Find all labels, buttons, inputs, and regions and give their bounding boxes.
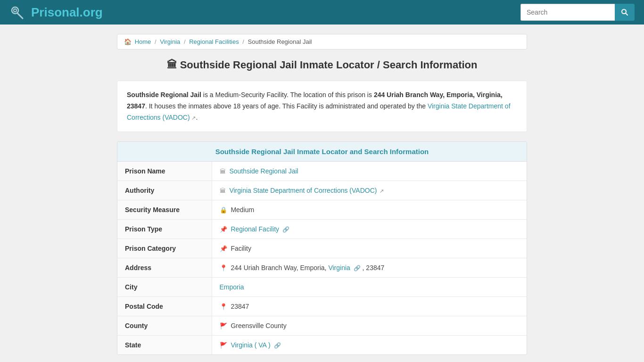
- breadcrumb-category[interactable]: Regional Facilities: [189, 38, 239, 45]
- breadcrumb-current: Southside Regional Jail: [248, 38, 312, 45]
- logo-main: Prisonal: [31, 5, 80, 19]
- prison-name-link[interactable]: Southside Regional Jail: [229, 167, 298, 175]
- table-row: Security Measure 🔒 Medium: [117, 200, 527, 220]
- breadcrumb-home[interactable]: Home: [135, 38, 151, 45]
- breadcrumb-sep-1: /: [155, 38, 157, 45]
- desc-text2: . It houses the inmates above 18 years o…: [145, 102, 428, 110]
- logo-text[interactable]: Prisonal.org: [31, 5, 103, 20]
- table-row: City Emporia: [117, 278, 527, 297]
- value-state: 🚩 Virginia ( VA ) 🔗: [212, 336, 527, 355]
- prison-category-value: Facility: [231, 245, 251, 252]
- desc-text1: is a Medium-Security Facility. The locat…: [201, 91, 374, 99]
- logo-area: Prisonal.org: [9, 4, 103, 21]
- prison-category-icon: 📌: [220, 245, 227, 252]
- table-row: Postal Code 📍 23847: [117, 297, 527, 316]
- value-authority: 🏛 Virginia State Department of Correctio…: [212, 181, 527, 200]
- value-security: 🔒 Medium: [212, 200, 527, 220]
- breadcrumb: 🏠 Home / Virginia / Regional Facilities …: [117, 34, 527, 49]
- search-area: [520, 4, 635, 21]
- label-prison-category: Prison Category: [117, 239, 212, 258]
- info-section: Southside Regional Jail Inmate Locator a…: [117, 141, 527, 355]
- value-prison-name: 🏛 Southside Regional Jail: [212, 162, 527, 181]
- address-zip: , 23847: [363, 264, 385, 272]
- table-row: State 🚩 Virginia ( VA ) 🔗: [117, 336, 527, 355]
- label-postal: Postal Code: [117, 297, 212, 316]
- prison-type-chain-icon: 🔗: [282, 226, 289, 233]
- search-icon: [621, 8, 628, 16]
- breadcrumb-sep-2: /: [184, 38, 186, 45]
- authority-icon: 🏛: [220, 187, 226, 194]
- state-icon: 🚩: [220, 342, 227, 349]
- label-city: City: [117, 278, 212, 297]
- label-county: County: [117, 316, 212, 336]
- value-address: 📍 244 Uriah Branch Way, Emporia, Virgini…: [212, 258, 527, 278]
- table-row: County 🚩 Greensville County: [117, 316, 527, 336]
- state-chain-icon: 🔗: [274, 342, 281, 349]
- section-header: Southside Regional Jail Inmate Locator a…: [117, 142, 527, 162]
- home-icon: 🏠: [124, 38, 132, 45]
- search-button[interactable]: [615, 4, 635, 21]
- page-title-icon: 🏛: [167, 59, 177, 71]
- site-header: Prisonal.org: [0, 0, 644, 25]
- logo-icon: [9, 4, 26, 21]
- page-title-text: Southside Regional Jail Inmate Locator /…: [180, 59, 478, 71]
- logo-accent: .org: [80, 5, 103, 19]
- table-row: Prison Name 🏛 Southside Regional Jail: [117, 162, 527, 181]
- prison-type-icon: 📌: [220, 226, 227, 233]
- page-title: 🏛 Southside Regional Jail Inmate Locator…: [117, 59, 527, 71]
- label-state: State: [117, 336, 212, 355]
- breadcrumb-sep-3: /: [242, 38, 244, 45]
- security-value: Medium: [231, 206, 254, 214]
- facility-description: Southside Regional Jail is a Medium-Secu…: [117, 81, 527, 132]
- address-chain-icon: 🔗: [354, 265, 361, 272]
- city-link[interactable]: Emporia: [220, 283, 244, 291]
- label-address: Address: [117, 258, 212, 278]
- label-authority: Authority: [117, 181, 212, 200]
- county-value: Greensville County: [231, 322, 286, 329]
- desc-text3: .: [196, 114, 198, 121]
- prison-type-link[interactable]: Regional Facility: [231, 225, 279, 233]
- postal-value: 23847: [231, 303, 249, 310]
- value-prison-category: 📌 Facility: [212, 239, 527, 258]
- info-table: Prison Name 🏛 Southside Regional Jail Au…: [117, 162, 527, 354]
- prison-name-icon: 🏛: [220, 168, 226, 175]
- value-prison-type: 📌 Regional Facility 🔗: [212, 220, 527, 239]
- authority-ext-icon: ↗: [380, 188, 384, 194]
- facility-name: Southside Regional Jail: [127, 91, 201, 99]
- address-icon: 📍: [220, 264, 227, 272]
- authority-link[interactable]: Virginia State Department of Corrections…: [229, 187, 377, 194]
- value-postal: 📍 23847: [212, 297, 527, 316]
- svg-line-2: [17, 13, 23, 18]
- table-row: Prison Type 📌 Regional Facility 🔗: [117, 220, 527, 239]
- county-icon: 🚩: [220, 322, 227, 329]
- label-prison-name: Prison Name: [117, 162, 212, 181]
- main-content: 🏠 Home / Virginia / Regional Facilities …: [110, 25, 534, 362]
- search-input[interactable]: [520, 4, 615, 21]
- table-row: Address 📍 244 Uriah Branch Way, Emporia,…: [117, 258, 527, 278]
- address-text: 244 Uriah Branch Way, Emporia,: [231, 264, 328, 272]
- label-security: Security Measure: [117, 200, 212, 220]
- label-prison-type: Prison Type: [117, 220, 212, 239]
- svg-point-1: [14, 9, 17, 12]
- table-row: Prison Category 📌 Facility: [117, 239, 527, 258]
- security-icon: 🔒: [220, 206, 227, 214]
- postal-icon: 📍: [220, 303, 227, 310]
- state-link[interactable]: Virginia ( VA ): [231, 341, 270, 349]
- value-county: 🚩 Greensville County: [212, 316, 527, 336]
- value-city: Emporia: [212, 278, 527, 297]
- svg-line-4: [626, 13, 627, 15]
- table-row: Authority 🏛 Virginia State Department of…: [117, 181, 527, 200]
- breadcrumb-state[interactable]: Virginia: [160, 38, 180, 45]
- address-state-link[interactable]: Virginia: [328, 264, 350, 272]
